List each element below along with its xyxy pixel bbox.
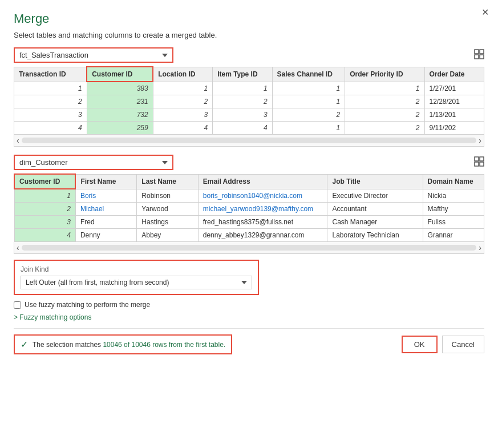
- svg-rect-4: [475, 157, 479, 161]
- fuzzy-checkbox-label[interactable]: Use fuzzy matching to perform the merge: [25, 301, 150, 309]
- t1-r1-cid[interactable]: 383: [87, 82, 153, 95]
- t2-col-email[interactable]: Email Address: [198, 174, 327, 189]
- dialog-title: Merge: [14, 11, 484, 26]
- t2-col-last-name[interactable]: Last Name: [137, 174, 198, 189]
- t1-col-sales-channel-id[interactable]: Sales Channel ID: [272, 67, 345, 82]
- svg-rect-2: [475, 55, 479, 59]
- table-row: 1 383 1 1 1 1 1/27/201: [14, 82, 484, 95]
- table1-scroll-right[interactable]: ›: [479, 136, 481, 145]
- svg-rect-6: [475, 162, 479, 166]
- status-bar: ✓ The selection matches 10046 of 10046 r…: [14, 328, 484, 354]
- table2-wrapper: Customer ID First Name Last Name Email A…: [14, 173, 484, 254]
- table2-scroll-row: ‹ ›: [14, 242, 484, 254]
- table2-section: dim_Customer fct_SalesTransaction Custom…: [14, 155, 484, 254]
- t1-col-order-date[interactable]: Order Date: [424, 67, 484, 82]
- join-select[interactable]: Left Outer (all from first, matching fro…: [21, 276, 252, 289]
- t2-r1-cid[interactable]: 1: [14, 189, 75, 203]
- svg-rect-5: [480, 157, 484, 161]
- table2-scroll-right[interactable]: ›: [479, 243, 481, 252]
- check-icon: ✓: [21, 339, 28, 350]
- table2-scrollbar[interactable]: [22, 245, 477, 251]
- table1-scrollbar[interactable]: [22, 138, 477, 143]
- fuzzy-options-link[interactable]: > Fuzzy matching options: [14, 313, 484, 321]
- status-text: The selection matches 10046 of 10046 row…: [33, 341, 225, 349]
- svg-rect-3: [480, 55, 484, 59]
- table1-wrapper: Transaction ID Customer ID Location ID I…: [14, 66, 484, 147]
- table-row: 4 Denny Abbey denny_abbey1329@grannar.co…: [14, 229, 484, 242]
- t2-col-job-title[interactable]: Job Title: [327, 174, 423, 189]
- table-row: 2 Michael Yarwood michael_yarwood9139@ma…: [14, 203, 484, 216]
- join-label: Join Kind: [21, 265, 252, 273]
- table2: Customer ID First Name Last Name Email A…: [14, 173, 484, 242]
- status-message-box: ✓ The selection matches 10046 of 10046 r…: [14, 334, 232, 354]
- t2-r1-fn: Boris: [75, 189, 136, 203]
- table1-dropdown-row: fct_SalesTransaction dim_Customer: [14, 47, 484, 63]
- table-row: 3 Fred Hastings fred_hastings8375@fuliss…: [14, 216, 484, 229]
- table1: Transaction ID Customer ID Location ID I…: [14, 66, 484, 135]
- t2-col-domain[interactable]: Domain Name: [423, 174, 484, 189]
- table2-scroll-left[interactable]: ‹: [17, 243, 19, 252]
- join-section: Join Kind Left Outer (all from first, ma…: [14, 260, 484, 295]
- status-highlight: 10046 of 10046 rows from the first table…: [103, 341, 225, 349]
- table-row: 4 259 4 4 1 2 9/11/202: [14, 122, 484, 135]
- t1-r1-tid: 1: [14, 82, 87, 95]
- svg-rect-1: [480, 50, 484, 54]
- table1-dropdown[interactable]: fct_SalesTransaction dim_Customer: [14, 47, 173, 63]
- t1-col-order-priority-id[interactable]: Order Priority ID: [345, 67, 424, 82]
- table1-scroll-row: ‹ ›: [14, 135, 484, 147]
- ok-button[interactable]: OK: [402, 336, 438, 353]
- table1-section: fct_SalesTransaction dim_Customer Transa…: [14, 47, 484, 147]
- t2-col-first-name[interactable]: First Name: [75, 174, 136, 189]
- t1-r1-itid: 1: [213, 82, 272, 95]
- svg-rect-0: [475, 50, 479, 54]
- table2-dropdown-row: dim_Customer fct_SalesTransaction: [14, 155, 484, 170]
- t1-col-customer-id[interactable]: Customer ID: [87, 67, 153, 82]
- t1-r1-lid: 1: [153, 82, 212, 95]
- dialog-subtitle: Select tables and matching columns to cr…: [14, 31, 484, 39]
- cancel-button[interactable]: Cancel: [442, 336, 484, 353]
- t1-col-item-type-id[interactable]: Item Type ID: [213, 67, 272, 82]
- t1-r1-od: 1/27/201: [424, 82, 484, 95]
- table-row: 2 231 2 2 1 2 12/28/201: [14, 95, 484, 108]
- t1-col-location-id[interactable]: Location ID: [153, 67, 212, 82]
- t1-r1-opid: 1: [345, 82, 424, 95]
- table1-icon-btn[interactable]: [474, 49, 484, 62]
- table2-dropdown[interactable]: dim_Customer fct_SalesTransaction: [14, 155, 173, 170]
- table-row: 1 Boris Robinson boris_robinson1040@nick…: [14, 189, 484, 203]
- fuzzy-checkbox[interactable]: [14, 301, 21, 309]
- join-box: Join Kind Left Outer (all from first, ma…: [14, 260, 259, 295]
- t1-r1-scid: 1: [272, 82, 345, 95]
- svg-rect-7: [480, 162, 484, 166]
- table2-icon-btn[interactable]: [474, 156, 484, 169]
- fuzzy-options-label[interactable]: > Fuzzy matching options: [14, 313, 91, 321]
- close-button[interactable]: ✕: [481, 7, 489, 18]
- table1-scroll-left[interactable]: ‹: [17, 136, 19, 145]
- fuzzy-checkbox-row: Use fuzzy matching to perform the merge: [14, 301, 484, 309]
- table-row: 3 732 3 3 2 2 1/13/201: [14, 108, 484, 122]
- t2-col-customer-id[interactable]: Customer ID: [14, 174, 75, 189]
- t1-col-transaction-id[interactable]: Transaction ID: [14, 67, 87, 82]
- button-row: OK Cancel: [402, 336, 484, 353]
